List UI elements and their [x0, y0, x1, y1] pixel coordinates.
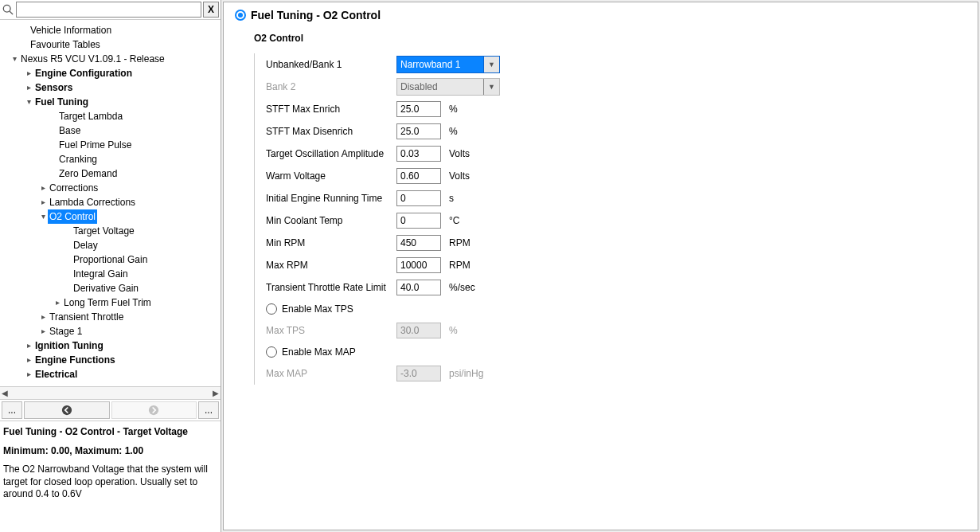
- min-rpm-input[interactable]: [396, 235, 441, 251]
- chevron-right-icon[interactable]: ▸: [24, 80, 33, 95]
- warm-voltage-input[interactable]: [396, 168, 441, 184]
- chevron-right-icon[interactable]: ▸: [24, 367, 33, 381]
- max-map-label: Max MAP: [266, 368, 396, 379]
- chevron-down-icon[interactable]: ▾: [10, 52, 19, 66]
- max-rpm-label: Max RPM: [266, 260, 396, 271]
- tree-item[interactable]: Cranking: [3, 152, 221, 166]
- tree-item[interactable]: ▸Stage 1: [3, 324, 221, 338]
- tree-item-label: Integral Gain: [72, 267, 130, 281]
- tree-item[interactable]: Base: [3, 123, 221, 138]
- tree-item[interactable]: ▸Electrical: [3, 367, 221, 381]
- tree-item[interactable]: Target Voltage: [3, 224, 221, 238]
- tree-item-label: Vehicle Information: [29, 23, 113, 37]
- search-input[interactable]: [16, 2, 201, 18]
- chevron-down-icon[interactable]: ▾: [24, 95, 33, 109]
- warm-voltage-label: Warm Voltage: [266, 170, 396, 182]
- tree-item-label: Base: [57, 123, 82, 138]
- search-bar: X: [0, 0, 221, 20]
- scroll-right-icon[interactable]: ▶: [213, 389, 219, 397]
- chevron-right-icon[interactable]: ▸: [24, 66, 33, 80]
- trans-throttle-unit: %/sec: [449, 282, 475, 293]
- tree-item[interactable]: Proportional Gain: [3, 252, 221, 267]
- tree-item[interactable]: ▸Ignition Tuning: [3, 338, 221, 353]
- help-nav-menu-right[interactable]: ...: [198, 401, 219, 419]
- tree-item-label: Nexus R5 VCU V1.09.1 - Release: [19, 52, 166, 66]
- tree-item[interactable]: ▸Engine Functions: [3, 353, 221, 367]
- chevron-right-icon[interactable]: ▸: [38, 310, 48, 324]
- stft-enrich-input[interactable]: [396, 101, 441, 117]
- svg-line-1: [10, 11, 13, 14]
- tree-item[interactable]: ▾O2 Control: [3, 209, 221, 224]
- tree-item-label: Delay: [72, 238, 100, 252]
- tree-item[interactable]: ▾Fuel Tuning: [3, 95, 221, 109]
- help-nav-forward-button[interactable]: [111, 401, 197, 419]
- chevron-down-icon: ▼: [483, 79, 499, 95]
- min-coolant-input[interactable]: [396, 213, 441, 229]
- section-header: O2 Control: [254, 33, 966, 44]
- stft-enrich-unit: %: [449, 104, 458, 115]
- enable-max-map-radio[interactable]: [266, 346, 277, 358]
- scroll-left-icon[interactable]: ◀: [2, 389, 8, 397]
- tree-item[interactable]: ▸Lambda Corrections: [3, 195, 221, 209]
- stft-disenrich-unit: %: [449, 126, 458, 137]
- page-title: Fuel Tuning - O2 Control: [251, 9, 381, 22]
- section-body: Unbanked/Bank 1 Narrowband 1 ▼ Bank 2 Di…: [254, 53, 966, 385]
- tree-item-label: Electrical: [33, 367, 79, 381]
- chevron-right-icon[interactable]: ▸: [53, 295, 62, 310]
- nav-tree[interactable]: Vehicle InformationFavourite Tables▾Nexu…: [0, 20, 221, 386]
- tree-item[interactable]: ▾Nexus R5 VCU V1.09.1 - Release: [3, 52, 221, 66]
- tree-item-label: Fuel Tuning: [33, 95, 90, 109]
- tree-item[interactable]: ▸Sensors: [3, 80, 221, 95]
- tree-item-label: Lambda Corrections: [48, 195, 137, 209]
- warm-voltage-unit: Volts: [449, 170, 470, 182]
- tree-item[interactable]: ▸Corrections: [3, 181, 221, 195]
- tree-item[interactable]: Fuel Prime Pulse: [3, 138, 221, 152]
- bank1-value: Narrowband 1: [400, 59, 460, 70]
- tree-item-label: Long Term Fuel Trim: [62, 295, 153, 310]
- chevron-down-icon[interactable]: ▾: [38, 209, 48, 224]
- tree-item-label: Target Voltage: [72, 224, 136, 238]
- tree-item[interactable]: Target Lambda: [3, 109, 221, 123]
- enable-max-tps-label: Enable Max TPS: [282, 303, 353, 315]
- max-rpm-input[interactable]: [396, 257, 441, 273]
- min-rpm-label: Min RPM: [266, 237, 396, 248]
- tree-item-label: Derivative Gain: [72, 281, 140, 295]
- bank1-select[interactable]: Narrowband 1 ▼: [396, 56, 500, 73]
- tree-item-label: O2 Control: [48, 209, 97, 224]
- trans-throttle-input[interactable]: [396, 280, 441, 295]
- tree-item[interactable]: ▸Transient Throttle: [3, 310, 221, 324]
- help-nav-back-button[interactable]: [24, 401, 110, 419]
- min-coolant-unit: °C: [449, 215, 459, 226]
- tree-item[interactable]: ▸Long Term Fuel Trim: [3, 295, 221, 310]
- tree-item[interactable]: Vehicle Information: [3, 23, 221, 37]
- search-clear-button[interactable]: X: [203, 2, 219, 18]
- chevron-right-icon[interactable]: ▸: [38, 195, 48, 209]
- bank2-label: Bank 2: [266, 81, 396, 92]
- chevron-right-icon[interactable]: ▸: [24, 338, 33, 353]
- tree-item-label: Favourite Tables: [29, 37, 102, 52]
- stft-disenrich-input[interactable]: [396, 123, 441, 139]
- bank2-value: Disabled: [400, 81, 438, 92]
- help-nav-menu-left[interactable]: ...: [2, 401, 22, 419]
- osc-amp-input[interactable]: [396, 146, 441, 162]
- tree-item[interactable]: Integral Gain: [3, 267, 221, 281]
- init-run-input[interactable]: [396, 190, 441, 206]
- tree-item-label: Target Lambda: [57, 109, 124, 123]
- chevron-right-icon[interactable]: ▸: [38, 181, 48, 195]
- chevron-right-icon[interactable]: ▸: [38, 324, 48, 338]
- enable-max-tps-radio[interactable]: [266, 303, 277, 315]
- chevron-right-icon[interactable]: ▸: [24, 353, 33, 367]
- tree-horizontal-scrollbar[interactable]: ◀ ▶: [0, 386, 221, 399]
- max-map-input: [396, 366, 441, 381]
- tree-item[interactable]: Favourite Tables: [3, 37, 221, 52]
- content-pane: Fuel Tuning - O2 Control O2 Control Unba…: [223, 2, 978, 530]
- tree-item[interactable]: Zero Demand: [3, 166, 221, 181]
- tree-item[interactable]: Delay: [3, 238, 221, 252]
- max-map-unit: psi/inHg: [449, 368, 483, 379]
- help-range: Minimum: 0.00, Maximum: 1.00: [3, 445, 217, 458]
- help-nav-bar: ... ...: [0, 399, 221, 421]
- tree-item[interactable]: ▸Engine Configuration: [3, 66, 221, 80]
- tree-item[interactable]: Derivative Gain: [3, 281, 221, 295]
- tree-item-label: Sensors: [33, 80, 74, 95]
- help-panel: Fuel Tuning - O2 Control - Target Voltag…: [0, 421, 221, 532]
